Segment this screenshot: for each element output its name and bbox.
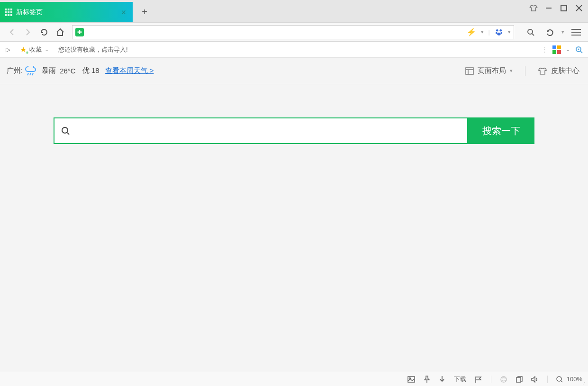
svg-rect-28 — [516, 377, 521, 382]
info-bar: 广州: 暴雨 26°C 优 18 查看本周天气 > 页面布局 ▾ 皮肤中心 — [0, 58, 588, 84]
window-controls — [529, 4, 583, 12]
chevron-down-icon[interactable]: ⌄ — [566, 46, 570, 53]
rain-icon — [25, 66, 37, 76]
svg-line-14 — [27, 73, 28, 75]
image-icon[interactable] — [407, 376, 415, 383]
flag-icon[interactable] — [475, 376, 482, 383]
svg-line-16 — [32, 73, 33, 75]
star-icon: ★ — [20, 45, 27, 54]
nav-toolbar: ✚ ⚡ ▾ | ▾ ▾ — [0, 22, 588, 42]
chevron-down-icon[interactable]: ▾ — [561, 29, 564, 35]
svg-rect-1 — [561, 5, 567, 11]
chevron-down-icon[interactable]: ▾ — [481, 29, 484, 35]
search-input[interactable] — [75, 119, 461, 143]
close-button[interactable] — [575, 4, 583, 12]
favorites-label: 收藏 — [29, 45, 42, 54]
svg-line-21 — [67, 133, 69, 135]
ie-mode-icon[interactable] — [500, 376, 507, 383]
svg-point-8 — [497, 32, 501, 35]
svg-rect-17 — [466, 68, 473, 74]
weather-condition: 暴雨 — [42, 66, 56, 75]
search-box: 搜索一下 — [54, 117, 534, 144]
reload-button[interactable] — [37, 25, 51, 39]
weekly-weather-link[interactable]: 查看本周天气 > — [105, 66, 154, 75]
speed-dial-icon — [5, 9, 12, 16]
pin-icon[interactable] — [424, 376, 430, 383]
new-tab-button[interactable]: + — [137, 5, 152, 19]
svg-point-5 — [500, 29, 502, 32]
security-shield-icon[interactable]: ✚ — [75, 28, 84, 36]
url-input[interactable] — [87, 26, 467, 38]
tab-title: 新标签页 — [16, 8, 117, 17]
svg-point-20 — [62, 127, 68, 133]
status-bar: 下载 100% ⋰ — [0, 372, 588, 386]
svg-point-6 — [496, 32, 498, 34]
weather-aqi: 优 18 — [82, 66, 100, 75]
maximize-button[interactable] — [560, 4, 568, 12]
svg-point-9 — [528, 29, 533, 34]
new-tab-content: 搜索一下 — [0, 84, 588, 372]
menu-button[interactable] — [569, 25, 583, 39]
resize-grip-icon[interactable]: ⋰ — [582, 380, 587, 385]
svg-line-15 — [30, 73, 31, 75]
search-submit-button[interactable]: 搜索一下 — [468, 117, 534, 144]
zoom-level: 100% — [567, 376, 582, 383]
import-bookmarks-hint[interactable]: 您还没有收藏，点击导入! — [58, 45, 128, 54]
baidu-paw-icon[interactable] — [495, 28, 503, 36]
tab-close-button[interactable]: × — [121, 8, 126, 17]
window-title-bar: 新标签页 × + — [0, 0, 588, 22]
weather-city: 广州: — [7, 66, 23, 75]
svg-line-12 — [580, 51, 582, 53]
svg-point-13 — [578, 48, 579, 50]
magnifier-icon[interactable] — [575, 45, 583, 54]
chevron-down-icon[interactable]: ▾ — [508, 29, 511, 35]
svg-point-4 — [496, 29, 498, 32]
page-layout-button[interactable]: 页面布局 ▾ — [465, 66, 513, 75]
svg-point-29 — [557, 377, 561, 381]
forward-button[interactable] — [21, 25, 35, 39]
svg-point-7 — [500, 32, 502, 34]
tshirt-icon[interactable] — [529, 4, 538, 12]
copy-icon[interactable] — [516, 376, 523, 383]
extensions-icon[interactable] — [552, 45, 561, 54]
zoom-control[interactable]: 100% — [556, 376, 582, 383]
skin-center-button[interactable]: 皮肤中心 — [538, 66, 579, 75]
home-button[interactable] — [53, 25, 67, 39]
browser-tab[interactable]: 新标签页 × — [0, 2, 133, 22]
back-button[interactable] — [5, 25, 19, 39]
chevron-down-icon: ⌄ — [45, 46, 49, 53]
minimize-button[interactable] — [544, 4, 553, 12]
search-button[interactable] — [524, 25, 538, 39]
favorites-button[interactable]: ★ 收藏 ⌄ — [20, 45, 49, 54]
mute-icon[interactable] — [531, 376, 539, 383]
search-icon — [61, 126, 70, 135]
lightning-icon[interactable]: ⚡ — [467, 27, 476, 36]
search-input-wrap[interactable] — [54, 117, 468, 144]
svg-line-30 — [561, 381, 562, 382]
svg-line-10 — [532, 34, 534, 36]
undo-button[interactable] — [543, 25, 557, 39]
download-arrow-icon[interactable] — [439, 376, 445, 383]
address-bar[interactable]: ✚ ⚡ ▾ | ▾ — [72, 25, 514, 39]
download-label[interactable]: 下载 — [454, 375, 466, 384]
bookmarks-bar: ▷ ★ 收藏 ⌄ 您还没有收藏，点击导入! ⋮ ⌄ — [0, 42, 588, 58]
weather-temp: 26°C — [60, 67, 76, 75]
sidebar-toggle-icon[interactable]: ▷ — [6, 46, 10, 53]
